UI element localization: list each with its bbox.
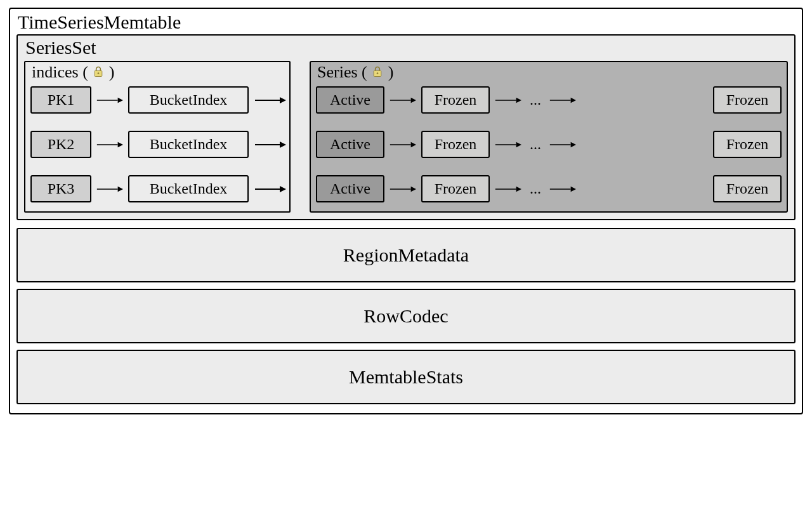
arrow-icon [254,185,287,194]
pk-box: PK1 [30,86,91,113]
arrow-icon [495,96,521,105]
frozen-box: Frozen [713,86,782,113]
row-codec-box: RowCodec [16,289,796,343]
timeseries-memtable-title: TimeSeriesMemtable [16,13,796,34]
indices-row: PK1 BucketIndex [30,84,284,116]
active-box: Active [316,131,384,157]
series-row: Active Frozen ... Frozen [316,173,782,205]
region-metadata-box: RegionMetadata [16,228,796,282]
ellipsis: ... [527,136,544,153]
series-pane: Series ( ) Active Frozen ... Frozen [310,61,788,213]
memtable-stats-box: MemtableStats [16,350,796,404]
arrow-icon [549,96,576,105]
active-box: Active [316,175,384,202]
lock-icon [92,65,105,79]
seriesset-box: SeriesSet indices ( ) PK1 BucketIndex [16,34,796,220]
indices-title-suffix: ) [109,63,115,81]
seriesset-title: SeriesSet [24,36,788,61]
seriesset-panes: indices ( ) PK1 BucketIndex PK2 BucketI [24,61,788,213]
arrow-icon [549,140,576,149]
indices-pane: indices ( ) PK1 BucketIndex PK2 BucketI [24,61,291,213]
frozen-box: Frozen [421,175,490,202]
arrow-icon [96,96,123,105]
arrow-icon [254,140,287,149]
bucketindex-box: BucketIndex [128,86,249,113]
pk-box: PK3 [30,175,91,202]
arrow-icon [390,140,416,149]
active-box: Active [316,86,384,113]
bottom-stack: RegionMetadata RowCodec MemtableStats [16,220,796,404]
pk-box: PK2 [30,131,91,157]
series-title-prefix: Series ( [317,63,371,81]
timeseries-memtable-box: TimeSeriesMemtable SeriesSet indices ( )… [9,8,803,414]
lock-icon [371,65,384,79]
ellipsis: ... [527,91,544,109]
frozen-box: Frozen [421,131,490,157]
indices-title-prefix: indices ( [32,63,92,81]
series-row: Active Frozen ... Frozen [316,129,782,161]
frozen-box: Frozen [713,131,782,157]
arrow-icon [549,185,576,194]
arrow-icon [96,140,123,149]
bucketindex-box: BucketIndex [128,131,249,157]
series-rows: Active Frozen ... Frozen Active Frozen [316,84,782,205]
indices-row: PK2 BucketIndex [30,129,284,161]
frozen-box: Frozen [713,175,782,202]
arrow-icon [495,140,521,149]
indices-rows: PK1 BucketIndex PK2 BucketIndex PK3 [30,84,284,205]
series-title-suffix: ) [388,63,394,81]
arrow-icon [390,185,416,194]
series-row: Active Frozen ... Frozen [316,84,782,116]
ellipsis: ... [527,180,544,197]
indices-title: indices ( ) [30,63,284,84]
indices-row: PK3 BucketIndex [30,173,284,205]
arrow-icon [96,185,123,194]
arrow-icon [390,96,416,105]
series-title: Series ( ) [316,63,782,84]
frozen-box: Frozen [421,86,490,113]
arrow-icon [495,185,521,194]
bucketindex-box: BucketIndex [128,175,249,202]
arrow-icon [254,96,287,105]
